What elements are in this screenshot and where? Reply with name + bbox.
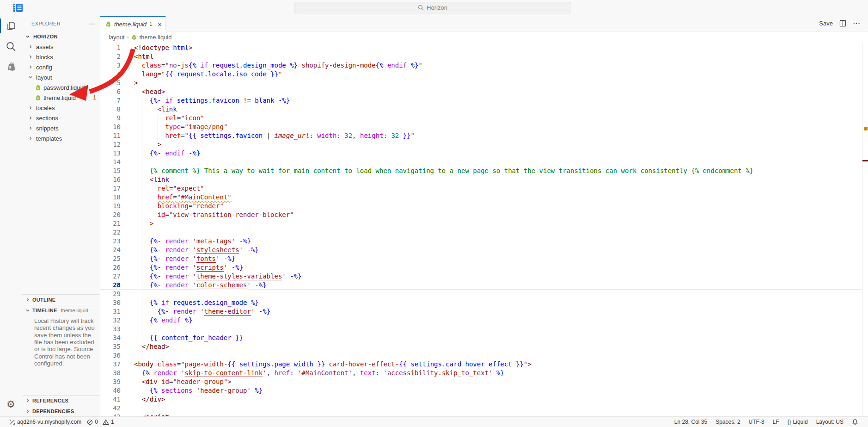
tree-folder-layout[interactable]: layout [22, 72, 100, 82]
breadcrumb-folder[interactable]: layout [109, 34, 125, 41]
tree-item-label: layout [36, 74, 52, 81]
code-line-28[interactable]: 28 {%- render 'color-schemes' -%} [100, 281, 862, 290]
errors-icon [87, 419, 93, 425]
code-line-18[interactable]: 18 href="#MainContent" [100, 193, 862, 202]
indent-guide [150, 140, 150, 149]
code-line-25[interactable]: 25 {%- render 'fonts' -%} [100, 254, 862, 263]
chevron-right-icon [27, 135, 34, 142]
code-line-29[interactable]: 29 [100, 290, 862, 298]
code-line-16[interactable]: 16 <link [100, 175, 862, 184]
code-line-27[interactable]: 27 {%- render 'theme-styles-variables' -… [100, 272, 862, 281]
tab-modified-badge: 1 [149, 21, 153, 27]
code-line-42[interactable]: 42 [100, 404, 862, 413]
tab-theme-liquid[interactable]: s theme.liquid 1 × [100, 16, 166, 31]
code-line-32[interactable]: 32 {% endif %} [100, 316, 862, 325]
code-line-11[interactable]: 11 href="{{ settings.favicon | image_url… [100, 131, 862, 140]
breadcrumb[interactable]: layout › s theme.liquid [100, 31, 868, 43]
code-line-10[interactable]: 10 type="image/png" [100, 123, 862, 131]
code-line-6[interactable]: 6 <head> [100, 87, 862, 96]
indent-guide [150, 307, 150, 316]
panel-header-outline[interactable]: OUTLINE [22, 295, 100, 305]
code-line-41[interactable]: 41 </div> [100, 395, 862, 404]
language-mode[interactable]: {} Liquid [783, 419, 812, 425]
code-line-1[interactable]: 1<!doctype html> [100, 43, 862, 52]
code-line-34[interactable]: 34 {{ content_for_header }} [100, 334, 862, 342]
overview-ruler[interactable] [862, 43, 868, 416]
code-line-2[interactable]: 2<html [100, 52, 862, 61]
svg-text:s: s [107, 23, 109, 26]
cursor-position[interactable]: Ln 28, Col 35 [670, 419, 711, 425]
chevron-right-icon [27, 124, 34, 132]
tree-folder-locales[interactable]: locales [22, 103, 100, 113]
activity-explorer-button[interactable] [0, 16, 22, 36]
sidebar-more-actions-icon[interactable]: ⋯ [89, 20, 95, 27]
code-line-15[interactable]: 15 {% comment %} This a way to wait for … [100, 167, 862, 175]
breadcrumb-file[interactable]: theme.liquid [139, 34, 171, 41]
eol-setting[interactable]: LF [769, 419, 783, 425]
line-number: 17 [100, 184, 121, 193]
code-line-33[interactable]: 33 [100, 325, 862, 334]
activity-shopify-button[interactable]: s [0, 56, 22, 77]
tree-file-theme-liquid[interactable]: stheme.liquid1 [22, 93, 100, 103]
line-number: 38 [100, 369, 121, 377]
tree-folder-snippets[interactable]: snippets [22, 123, 100, 133]
indent-guide [142, 404, 142, 413]
code-line-39[interactable]: 39 <div id="header-group"> [100, 377, 862, 386]
code-line-19[interactable]: 19 blocking="render" [100, 202, 862, 210]
code-line-36[interactable]: 36 [100, 351, 862, 360]
code-line-24[interactable]: 24 {%- render 'stylesheets' -%} [100, 246, 862, 254]
code-line-17[interactable]: 17 rel="expect" [100, 184, 862, 193]
line-number: 18 [100, 193, 121, 202]
code-line-9[interactable]: 9 rel="icon" [100, 114, 862, 123]
tree-folder-config[interactable]: config [22, 62, 100, 72]
code-line-7[interactable]: 7 {%- if settings.favicon != blank -%} [100, 96, 862, 105]
code-line-4[interactable]: 4 lang="{{ request.locale.iso_code }}" [100, 70, 862, 79]
code-line-3[interactable]: 3 class="no-js{% if request.design_mode … [100, 61, 862, 70]
code-line-23[interactable]: 23 {%- render 'meta-tags' -%} [100, 237, 862, 246]
tree-file-password-liquid[interactable]: spassword.liquid [22, 82, 100, 93]
tree-folder-blocks[interactable]: blocks [22, 52, 100, 62]
close-icon[interactable]: × [158, 21, 162, 28]
indent-guide [142, 167, 142, 175]
remote-indicator[interactable]: aqd2n6-vu.myshopify.com [6, 417, 84, 427]
app-logo-icon[interactable] [13, 3, 23, 13]
code-line-43[interactable]: 43 <script [100, 413, 862, 416]
code-line-12[interactable]: 12 > [100, 140, 862, 149]
panel-header-timeline[interactable]: TIMELINEtheme.liquid [22, 305, 100, 316]
code-editor[interactable]: 1<!doctype html>2<html3 class="no-js{% i… [100, 43, 868, 416]
code-line-37[interactable]: 37<body class="page-width-{{ settings.pa… [100, 360, 862, 369]
split-editor-icon[interactable] [839, 20, 846, 27]
tree-root-horizon[interactable]: HORIZON [22, 31, 100, 42]
code-line-26[interactable]: 26 {%- render 'scripts' -%} [100, 263, 862, 272]
panel-header-dependencies[interactable]: DEPENDENCIES [22, 406, 100, 416]
activity-search-button[interactable] [0, 36, 22, 56]
code-line-21[interactable]: 21 > [100, 219, 862, 228]
notifications-button[interactable] [848, 419, 862, 425]
code-line-13[interactable]: 13 {%- endif -%} [100, 149, 862, 158]
chevron-down-icon [27, 74, 34, 81]
save-button[interactable]: Save [819, 20, 833, 27]
command-center-search[interactable]: Horizon [294, 2, 571, 13]
code-line-5[interactable]: 5> [100, 79, 862, 87]
indentation-setting[interactable]: Spaces: 2 [711, 419, 744, 425]
code-line-8[interactable]: 8 <link [100, 105, 862, 114]
code-line-38[interactable]: 38 {% render 'skip-to-content-link', hre… [100, 369, 862, 377]
more-actions-icon[interactable]: ⋯ [853, 19, 861, 28]
panel-header-references[interactable]: REFERENCES [22, 396, 100, 406]
line-number: 9 [100, 114, 121, 123]
tree-folder-assets[interactable]: assets [22, 42, 100, 52]
keyboard-layout[interactable]: Layout: US [812, 419, 848, 425]
code-line-20[interactable]: 20 id="view-transition-render-blocker" [100, 210, 862, 219]
settings-button[interactable]: ⚙ [0, 396, 22, 416]
panel-outline: OUTLINE [22, 294, 100, 305]
code-line-40[interactable]: 40 {% sections 'header-group' %} [100, 386, 862, 395]
code-line-31[interactable]: 31 {%- render 'theme-editor' -%} [100, 307, 862, 316]
encoding-setting[interactable]: UTF-8 [745, 419, 769, 425]
code-line-35[interactable]: 35 </head> [100, 342, 862, 351]
code-line-30[interactable]: 30 {% if request.design_mode %} [100, 298, 862, 307]
code-line-22[interactable]: 22 [100, 228, 862, 237]
code-line-14[interactable]: 14 [100, 158, 862, 167]
problems-indicator[interactable]: 0 1 [84, 417, 116, 427]
tree-folder-sections[interactable]: sections [22, 113, 100, 123]
tree-folder-templates[interactable]: templates [22, 133, 100, 143]
